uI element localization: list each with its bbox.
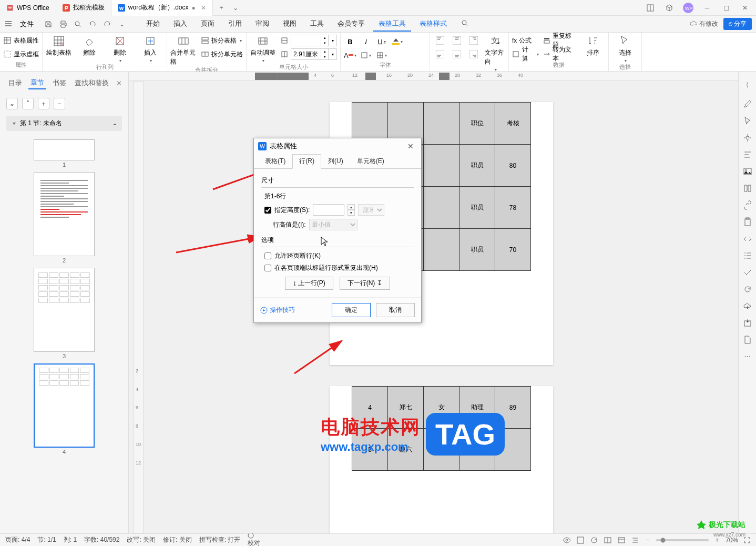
nav-tab-bookmarks[interactable]: 书签 <box>50 77 68 89</box>
web-view-icon[interactable] <box>617 536 626 544</box>
convert-text-button[interactable]: 转为文本 <box>543 48 577 60</box>
tab-tools[interactable]: 工具 <box>305 17 329 32</box>
select-button[interactable]: 选择▾ <box>612 34 638 63</box>
erase-button[interactable]: 擦除 <box>76 34 103 57</box>
calculate-button[interactable]: 计算▾ <box>512 48 539 60</box>
col-width-input[interactable]: ▴▾▾ <box>280 48 337 60</box>
bold-button[interactable]: B <box>344 36 356 47</box>
more-icon[interactable]: ⋯ <box>742 351 753 362</box>
tab-list-dropdown[interactable]: ⌄ <box>230 4 241 12</box>
tab-view[interactable]: 视图 <box>278 17 302 32</box>
height-field[interactable] <box>291 35 321 46</box>
status-column[interactable]: 列: 1 <box>64 535 77 544</box>
qat-dropdown-icon[interactable]: ⌄ <box>117 19 127 29</box>
image-icon[interactable] <box>742 166 753 177</box>
close-window-button[interactable]: ✕ <box>738 1 752 15</box>
prev-row-button[interactable]: ↨ 上一行(P) <box>285 277 333 290</box>
shading-button[interactable]: ▾ <box>391 36 404 47</box>
nav-tab-toc[interactable]: 目录 <box>6 77 24 89</box>
document-page-4[interactable]: 4郑七女助理89 5赵六男职员 <box>330 386 553 533</box>
link-icon[interactable] <box>742 200 753 210</box>
user-avatar[interactable]: WP <box>681 1 695 15</box>
pencil-icon[interactable] <box>742 99 753 109</box>
width-field[interactable] <box>291 48 321 60</box>
settings-icon[interactable] <box>742 133 753 143</box>
height-spin-up[interactable]: ▴ <box>348 204 355 210</box>
list-icon[interactable] <box>742 250 753 261</box>
allow-page-break-checkbox[interactable] <box>264 252 271 259</box>
height-spin-down[interactable]: ▾ <box>348 210 355 216</box>
status-overwrite[interactable]: 改写: 关闭 <box>127 535 156 544</box>
status-page[interactable]: 页面: 4/4 <box>5 535 30 544</box>
page-thumb-2[interactable]: 2 <box>34 172 95 264</box>
print-preview-icon[interactable] <box>73 19 83 29</box>
page-thumb-3[interactable]: 3 <box>34 268 95 359</box>
dialog-tab-table[interactable]: 表格(T) <box>258 154 292 168</box>
page-layout-view-icon[interactable] <box>576 536 585 544</box>
cloud-save-icon[interactable] <box>742 301 753 311</box>
repeat-header-button[interactable]: 重复标题 <box>543 35 577 46</box>
app-menu-icon[interactable] <box>4 19 14 29</box>
page-thumb-4[interactable]: 4 <box>34 363 95 455</box>
operation-tips-link[interactable]: 操作技巧 <box>260 306 295 315</box>
search-icon[interactable] <box>455 17 474 32</box>
status-spell[interactable]: 拼写检查: 打开 <box>199 535 241 544</box>
tab-reference[interactable]: 引用 <box>223 17 247 32</box>
nav-add-button[interactable]: ＋ <box>38 98 49 109</box>
tab-insert[interactable]: 插入 <box>168 17 192 32</box>
reading-view-icon[interactable] <box>604 536 612 544</box>
outline-view-icon[interactable] <box>631 536 639 544</box>
refresh-icon[interactable] <box>742 284 753 295</box>
status-proof[interactable]: 校对 <box>248 532 260 546</box>
delete-button[interactable]: 删除▾ <box>107 34 133 63</box>
styles-icon[interactable] <box>742 149 753 160</box>
maximize-button[interactable]: ▢ <box>719 1 733 15</box>
merge-cells-button[interactable]: 合并单元格 <box>170 34 197 66</box>
text-direction-button[interactable]: 文文字方向▾ <box>485 34 505 72</box>
horizontal-ruler[interactable]: 4 4 6 12 16 20 24 28 32 36 40 <box>129 72 738 81</box>
book-icon[interactable] <box>742 183 753 194</box>
show-gridlines-button[interactable]: 显示虚框 <box>3 48 39 60</box>
align-br[interactable] <box>467 48 481 60</box>
split-cells-button[interactable]: 拆分单元格 <box>201 48 243 60</box>
ok-button[interactable]: 确定 <box>332 303 371 317</box>
new-tab-button[interactable]: ＋ <box>213 3 230 12</box>
italic-button[interactable]: I <box>360 36 372 47</box>
font-color-button[interactable]: A▾ <box>344 49 356 61</box>
align-tc[interactable] <box>450 35 464 46</box>
status-chars[interactable]: 字数: 40/592 <box>84 535 119 544</box>
nav-up-button[interactable]: ˄ <box>22 98 34 109</box>
file-menu[interactable]: 文件 <box>17 19 37 29</box>
nav-tab-sections[interactable]: 章节 <box>28 77 46 89</box>
tab-table-style[interactable]: 表格样式 <box>414 17 452 32</box>
nav-collapse-button[interactable]: ⌄ <box>6 98 18 109</box>
dialog-close-button[interactable]: ✕ <box>404 141 417 151</box>
panel-toggle-icon[interactable] <box>643 1 657 15</box>
borders-button[interactable]: ▾ <box>375 49 388 61</box>
has-changes-indicator[interactable]: 有修改 <box>690 19 718 28</box>
nav-close-icon[interactable]: ✕ <box>116 79 122 87</box>
underline-button[interactable]: U ▾ <box>375 36 388 47</box>
zoom-out-button[interactable]: － <box>645 535 651 544</box>
section-dropdown[interactable]: 第 1 节: 未命名 ⌄ <box>6 116 122 131</box>
status-track[interactable]: 修订: 关闭 <box>163 535 192 544</box>
split-table-button[interactable]: 拆分表格▾ <box>201 35 243 46</box>
nav-remove-button[interactable]: － <box>54 98 65 109</box>
formula-button[interactable]: fx 公式 <box>512 35 539 46</box>
dialog-tab-cell[interactable]: 单元格(E) <box>350 154 391 168</box>
cancel-button[interactable]: 取消 <box>376 303 415 317</box>
row-height-input[interactable]: ▴▾▾ <box>280 35 337 46</box>
save-icon[interactable] <box>43 19 54 29</box>
clipboard-icon[interactable] <box>742 217 753 227</box>
template-tab[interactable]: 找稻壳模板 <box>56 0 111 16</box>
tab-review[interactable]: 审阅 <box>250 17 274 32</box>
minimize-button[interactable]: ─ <box>700 1 714 15</box>
align-bl[interactable] <box>433 48 447 60</box>
dialog-tab-row[interactable]: 行(R) <box>292 154 321 169</box>
status-section[interactable]: 节: 1/1 <box>37 535 56 544</box>
align-bc[interactable] <box>450 48 464 60</box>
next-row-button[interactable]: 下一行(N) ↧ <box>340 277 390 290</box>
vertical-ruler[interactable]: 2 4 6 8 10 12 <box>133 81 144 533</box>
check-icon[interactable] <box>742 267 753 278</box>
autofit-button[interactable]: 自动调整▾ <box>250 34 276 63</box>
